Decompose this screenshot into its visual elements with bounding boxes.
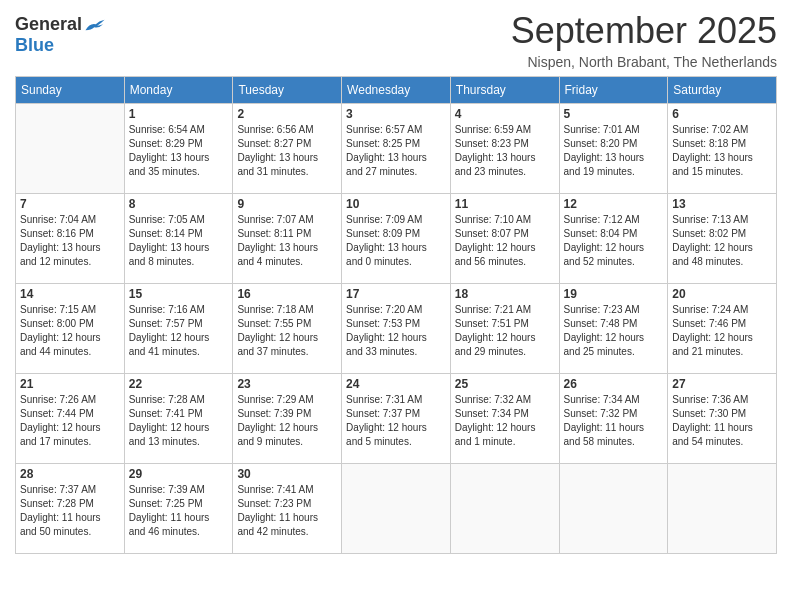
day-number: 11 [455,197,555,211]
day-number: 21 [20,377,120,391]
day-number: 2 [237,107,337,121]
title-block: September 2025 Nispen, North Brabant, Th… [511,10,777,70]
calendar-cell [559,464,668,554]
calendar-week-row: 1Sunrise: 6:54 AMSunset: 8:29 PMDaylight… [16,104,777,194]
calendar-cell: 24Sunrise: 7:31 AMSunset: 7:37 PMDayligh… [342,374,451,464]
day-info: Sunrise: 7:05 AMSunset: 8:14 PMDaylight:… [129,213,229,269]
logo-bird-icon [84,16,106,34]
weekday-header-row: SundayMondayTuesdayWednesdayThursdayFrid… [16,77,777,104]
calendar-cell: 12Sunrise: 7:12 AMSunset: 8:04 PMDayligh… [559,194,668,284]
day-info: Sunrise: 7:36 AMSunset: 7:30 PMDaylight:… [672,393,772,449]
calendar-cell: 5Sunrise: 7:01 AMSunset: 8:20 PMDaylight… [559,104,668,194]
day-number: 9 [237,197,337,211]
day-number: 1 [129,107,229,121]
weekday-header-saturday: Saturday [668,77,777,104]
day-info: Sunrise: 7:04 AMSunset: 8:16 PMDaylight:… [20,213,120,269]
calendar-cell: 2Sunrise: 6:56 AMSunset: 8:27 PMDaylight… [233,104,342,194]
calendar-cell [668,464,777,554]
calendar-cell: 17Sunrise: 7:20 AMSunset: 7:53 PMDayligh… [342,284,451,374]
calendar-cell: 6Sunrise: 7:02 AMSunset: 8:18 PMDaylight… [668,104,777,194]
day-number: 27 [672,377,772,391]
day-number: 22 [129,377,229,391]
calendar-cell: 15Sunrise: 7:16 AMSunset: 7:57 PMDayligh… [124,284,233,374]
day-info: Sunrise: 7:26 AMSunset: 7:44 PMDaylight:… [20,393,120,449]
calendar-cell [450,464,559,554]
day-number: 15 [129,287,229,301]
weekday-header-wednesday: Wednesday [342,77,451,104]
calendar-cell: 29Sunrise: 7:39 AMSunset: 7:25 PMDayligh… [124,464,233,554]
calendar-cell: 20Sunrise: 7:24 AMSunset: 7:46 PMDayligh… [668,284,777,374]
calendar-cell: 11Sunrise: 7:10 AMSunset: 8:07 PMDayligh… [450,194,559,284]
calendar-week-row: 21Sunrise: 7:26 AMSunset: 7:44 PMDayligh… [16,374,777,464]
calendar-cell: 8Sunrise: 7:05 AMSunset: 8:14 PMDaylight… [124,194,233,284]
calendar-cell: 14Sunrise: 7:15 AMSunset: 8:00 PMDayligh… [16,284,125,374]
day-number: 20 [672,287,772,301]
calendar-cell: 22Sunrise: 7:28 AMSunset: 7:41 PMDayligh… [124,374,233,464]
day-number: 8 [129,197,229,211]
day-info: Sunrise: 7:01 AMSunset: 8:20 PMDaylight:… [564,123,664,179]
logo: General Blue [15,14,106,56]
day-info: Sunrise: 7:20 AMSunset: 7:53 PMDaylight:… [346,303,446,359]
day-number: 17 [346,287,446,301]
day-info: Sunrise: 7:32 AMSunset: 7:34 PMDaylight:… [455,393,555,449]
day-info: Sunrise: 7:37 AMSunset: 7:28 PMDaylight:… [20,483,120,539]
calendar-cell: 25Sunrise: 7:32 AMSunset: 7:34 PMDayligh… [450,374,559,464]
day-number: 26 [564,377,664,391]
day-info: Sunrise: 7:18 AMSunset: 7:55 PMDaylight:… [237,303,337,359]
calendar-cell: 21Sunrise: 7:26 AMSunset: 7:44 PMDayligh… [16,374,125,464]
calendar-cell: 13Sunrise: 7:13 AMSunset: 8:02 PMDayligh… [668,194,777,284]
calendar-cell: 7Sunrise: 7:04 AMSunset: 8:16 PMDaylight… [16,194,125,284]
day-number: 18 [455,287,555,301]
calendar-cell: 28Sunrise: 7:37 AMSunset: 7:28 PMDayligh… [16,464,125,554]
day-info: Sunrise: 7:23 AMSunset: 7:48 PMDaylight:… [564,303,664,359]
day-info: Sunrise: 6:59 AMSunset: 8:23 PMDaylight:… [455,123,555,179]
day-number: 3 [346,107,446,121]
calendar-cell: 19Sunrise: 7:23 AMSunset: 7:48 PMDayligh… [559,284,668,374]
calendar-table: SundayMondayTuesdayWednesdayThursdayFrid… [15,76,777,554]
day-number: 25 [455,377,555,391]
calendar-cell [342,464,451,554]
calendar-header: SundayMondayTuesdayWednesdayThursdayFrid… [16,77,777,104]
calendar-cell: 4Sunrise: 6:59 AMSunset: 8:23 PMDaylight… [450,104,559,194]
day-info: Sunrise: 7:07 AMSunset: 8:11 PMDaylight:… [237,213,337,269]
day-info: Sunrise: 7:16 AMSunset: 7:57 PMDaylight:… [129,303,229,359]
calendar-week-row: 28Sunrise: 7:37 AMSunset: 7:28 PMDayligh… [16,464,777,554]
day-info: Sunrise: 7:12 AMSunset: 8:04 PMDaylight:… [564,213,664,269]
day-info: Sunrise: 6:54 AMSunset: 8:29 PMDaylight:… [129,123,229,179]
calendar-cell: 10Sunrise: 7:09 AMSunset: 8:09 PMDayligh… [342,194,451,284]
calendar-cell: 26Sunrise: 7:34 AMSunset: 7:32 PMDayligh… [559,374,668,464]
location-subtitle: Nispen, North Brabant, The Netherlands [511,54,777,70]
day-info: Sunrise: 7:39 AMSunset: 7:25 PMDaylight:… [129,483,229,539]
calendar-cell: 30Sunrise: 7:41 AMSunset: 7:23 PMDayligh… [233,464,342,554]
day-info: Sunrise: 7:21 AMSunset: 7:51 PMDaylight:… [455,303,555,359]
day-number: 14 [20,287,120,301]
calendar-body: 1Sunrise: 6:54 AMSunset: 8:29 PMDaylight… [16,104,777,554]
weekday-header-tuesday: Tuesday [233,77,342,104]
logo-blue-text: Blue [15,35,54,56]
day-info: Sunrise: 6:56 AMSunset: 8:27 PMDaylight:… [237,123,337,179]
day-info: Sunrise: 7:10 AMSunset: 8:07 PMDaylight:… [455,213,555,269]
day-number: 24 [346,377,446,391]
day-number: 5 [564,107,664,121]
day-number: 28 [20,467,120,481]
day-number: 6 [672,107,772,121]
day-info: Sunrise: 7:34 AMSunset: 7:32 PMDaylight:… [564,393,664,449]
day-info: Sunrise: 7:02 AMSunset: 8:18 PMDaylight:… [672,123,772,179]
weekday-header-thursday: Thursday [450,77,559,104]
calendar-cell: 27Sunrise: 7:36 AMSunset: 7:30 PMDayligh… [668,374,777,464]
day-number: 29 [129,467,229,481]
weekday-header-monday: Monday [124,77,233,104]
day-info: Sunrise: 6:57 AMSunset: 8:25 PMDaylight:… [346,123,446,179]
calendar-week-row: 7Sunrise: 7:04 AMSunset: 8:16 PMDaylight… [16,194,777,284]
calendar-cell: 1Sunrise: 6:54 AMSunset: 8:29 PMDaylight… [124,104,233,194]
day-number: 10 [346,197,446,211]
day-number: 7 [20,197,120,211]
day-info: Sunrise: 7:13 AMSunset: 8:02 PMDaylight:… [672,213,772,269]
day-number: 4 [455,107,555,121]
calendar-cell: 18Sunrise: 7:21 AMSunset: 7:51 PMDayligh… [450,284,559,374]
day-info: Sunrise: 7:31 AMSunset: 7:37 PMDaylight:… [346,393,446,449]
calendar-cell [16,104,125,194]
day-info: Sunrise: 7:15 AMSunset: 8:00 PMDaylight:… [20,303,120,359]
calendar-cell: 23Sunrise: 7:29 AMSunset: 7:39 PMDayligh… [233,374,342,464]
page-header: General Blue September 2025 Nispen, Nort… [15,10,777,70]
